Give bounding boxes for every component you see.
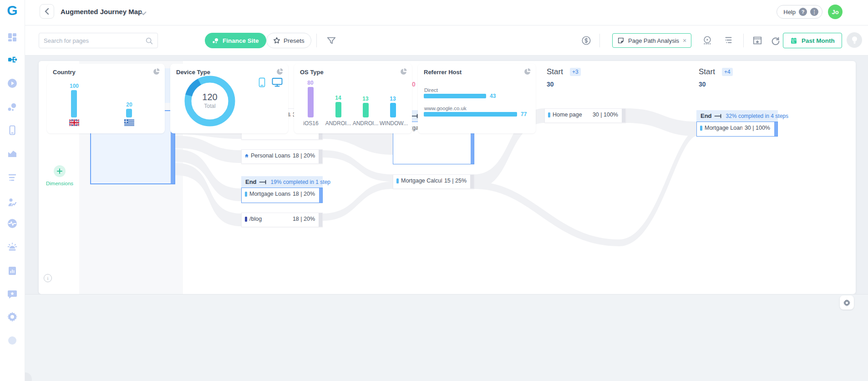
country-bar-greece[interactable] bbox=[126, 109, 132, 117]
user-analytics-icon[interactable] bbox=[7, 197, 18, 208]
toolbar-divider bbox=[743, 34, 744, 47]
site-selector-button[interactable]: Finance Site bbox=[205, 33, 266, 48]
column-header-3: Start+3 30 bbox=[547, 67, 581, 88]
help-menu[interactable]: Help ? ⋮ bbox=[777, 5, 822, 19]
pulse-icon[interactable] bbox=[7, 218, 18, 229]
journey-map-icon[interactable] bbox=[7, 54, 18, 65]
insights-bulb-icon[interactable] bbox=[847, 32, 862, 48]
page-bar-icon bbox=[245, 192, 247, 197]
calendar-icon bbox=[790, 37, 797, 44]
bar-value: 13 bbox=[355, 96, 376, 102]
add-dimensions-button[interactable] bbox=[54, 165, 66, 177]
os-bar-windows[interactable] bbox=[390, 103, 396, 117]
sankey-node-personal-loans[interactable]: Personal Loans18 | 20% bbox=[241, 149, 323, 164]
bar-value: 43 bbox=[490, 93, 496, 99]
end-marker-icon bbox=[259, 180, 266, 184]
toolbar-divider bbox=[599, 34, 600, 47]
end-badge-1-step[interactable]: End 19% completed in 1 step bbox=[241, 176, 323, 188]
sankey-node-mortgage-loans-end1[interactable]: Mortgage Loans18 | 20% bbox=[241, 188, 323, 203]
pie-toggle-icon[interactable] bbox=[400, 68, 407, 76]
bar-category: ANDROI... bbox=[323, 120, 353, 127]
replay-segment-icon[interactable] bbox=[702, 36, 712, 46]
area-chart-icon[interactable] bbox=[7, 148, 18, 159]
help-label: Help bbox=[783, 9, 796, 15]
monetary-icon[interactable] bbox=[581, 36, 591, 46]
card-title: OS Type bbox=[300, 69, 324, 76]
os-bar-android2[interactable] bbox=[363, 103, 369, 117]
page-bar-icon bbox=[700, 126, 702, 131]
donut-center-total: 120 Total bbox=[181, 92, 239, 109]
bar-category: iOS16 bbox=[299, 120, 322, 127]
mobile-legend-icon[interactable] bbox=[259, 77, 265, 87]
analysis-type-chip[interactable]: Page Path Analysis × bbox=[612, 33, 691, 48]
help-question-icon[interactable]: ? bbox=[799, 8, 807, 16]
save-favorite-icon[interactable] bbox=[752, 36, 762, 46]
user-avatar[interactable]: Jo bbox=[828, 5, 843, 19]
sort-order-icon[interactable] bbox=[723, 36, 733, 46]
clusters-icon[interactable] bbox=[7, 102, 18, 113]
panel-settings-gear-icon[interactable] bbox=[840, 295, 854, 310]
bar-category: WINDOW... bbox=[378, 120, 410, 127]
site-label: Finance Site bbox=[223, 37, 259, 44]
note-icon bbox=[617, 37, 624, 44]
sankey-node-mortgage-loans-end4[interactable]: Mortgage Loans30 | 100% bbox=[696, 122, 778, 137]
sankey-node-blog[interactable]: /blog18 | 20% bbox=[241, 213, 323, 227]
card-referrer-host: Referrer Host Direct 43 www.google.co.uk… bbox=[418, 64, 536, 133]
referrer-bar-direct[interactable] bbox=[424, 94, 486, 98]
card-device-type: Device Type 120 Total bbox=[170, 64, 288, 133]
node-flow-edge bbox=[319, 213, 322, 227]
end-badge-4-steps[interactable]: End 32% completed in 4 steps bbox=[696, 110, 778, 122]
step-badge: +4 bbox=[722, 68, 733, 76]
date-range-button[interactable]: Past Month bbox=[783, 33, 842, 48]
card-os-type: OS Type 80 14 13 13 iOS16 ANDROI... ANDR… bbox=[294, 64, 412, 133]
node-flow-edge bbox=[319, 188, 322, 203]
funnel-report-icon[interactable] bbox=[7, 172, 18, 183]
session-replay-icon[interactable] bbox=[7, 78, 18, 89]
page-bar-icon bbox=[396, 178, 399, 183]
help-kebab-icon[interactable]: ⋮ bbox=[810, 8, 818, 16]
mobile-icon[interactable] bbox=[7, 125, 18, 136]
report-icon[interactable] bbox=[7, 265, 18, 276]
chip-close-icon[interactable]: × bbox=[683, 37, 686, 44]
page-bar-icon bbox=[548, 112, 550, 117]
os-bar-android1[interactable] bbox=[335, 102, 341, 117]
alerts-icon[interactable] bbox=[7, 242, 18, 253]
title-dropdown-chevron-icon[interactable] bbox=[140, 9, 147, 17]
page-search[interactable] bbox=[39, 33, 158, 48]
bar-value: 100 bbox=[64, 83, 84, 89]
step-badge: +3 bbox=[570, 68, 581, 76]
pie-toggle-icon[interactable] bbox=[276, 68, 284, 76]
referrer-label: www.google.co.uk bbox=[424, 106, 467, 111]
more-nav-icon[interactable] bbox=[7, 335, 18, 346]
node-flow-edge bbox=[622, 109, 625, 122]
back-button[interactable] bbox=[40, 4, 54, 19]
feedback-icon[interactable] bbox=[7, 289, 18, 300]
top-header: Augmented Journey Map Help ? ⋮ Jo bbox=[25, 0, 868, 25]
filter-icon[interactable] bbox=[326, 36, 336, 46]
journey-toolbar: Finance Site Presets Page Path Analysis … bbox=[25, 25, 868, 56]
dashboard-icon[interactable] bbox=[7, 32, 18, 43]
info-icon[interactable]: i bbox=[44, 274, 52, 282]
search-input[interactable] bbox=[44, 37, 145, 44]
sankey-node-home-page-3[interactable]: Home page30 | 100% bbox=[544, 108, 626, 123]
analysis-chip-label: Page Path Analysis bbox=[628, 37, 679, 44]
pie-toggle-icon[interactable] bbox=[523, 68, 531, 76]
presets-button[interactable]: Presets bbox=[266, 33, 311, 48]
presets-label: Presets bbox=[284, 37, 305, 44]
settings-icon[interactable] bbox=[7, 311, 18, 322]
date-range-label: Past Month bbox=[802, 37, 835, 44]
uk-flag-icon bbox=[69, 119, 79, 126]
card-title: Referrer Host bbox=[424, 69, 462, 76]
country-bar-uk[interactable] bbox=[71, 90, 77, 117]
page-bar-icon bbox=[245, 217, 247, 222]
bar-value: 20 bbox=[119, 102, 139, 108]
refresh-icon[interactable] bbox=[771, 36, 781, 46]
greece-flag-icon bbox=[124, 119, 134, 126]
pie-toggle-icon[interactable] bbox=[152, 68, 160, 76]
referrer-bar-google[interactable] bbox=[424, 112, 517, 117]
sankey-node-mortgage-calculator-2[interactable]: Mortgage Calculator15 | 25% bbox=[393, 174, 474, 189]
os-bar-ios[interactable] bbox=[308, 87, 314, 117]
bar-value: 80 bbox=[300, 80, 320, 86]
desktop-legend-icon[interactable] bbox=[272, 77, 283, 87]
dimensions-label: Dimensions bbox=[39, 181, 81, 186]
